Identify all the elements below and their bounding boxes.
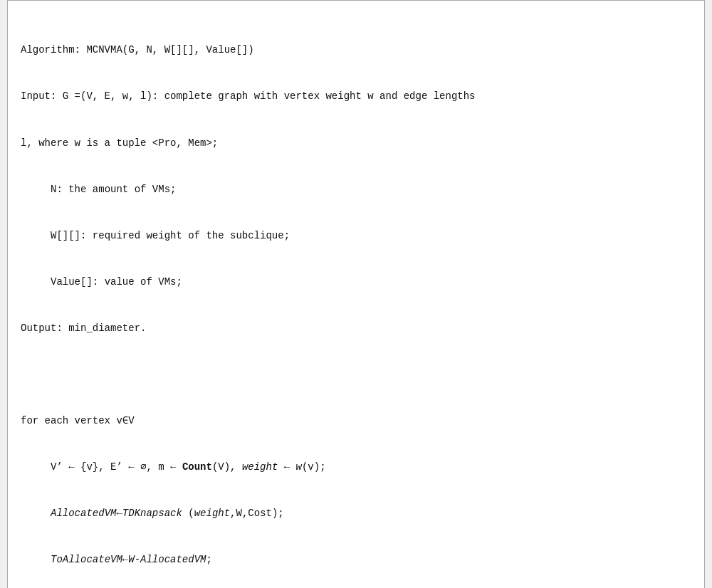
line-10: V’ ← {v}, E’ ← ∅, m ← Count(V), weight ←… (21, 460, 691, 476)
line-12: ToAllocateVM←W-AllocatedVM; (21, 552, 691, 568)
line-blank (21, 367, 691, 383)
line-1: Algorithm: MCNVMA(G, N, W[][], Value[]) (21, 43, 691, 58)
line-7: Output: min_diameter. (21, 321, 691, 337)
line-5: W[][]: required weight of the subclique; (21, 229, 691, 244)
line-9: for each vertex v∈V (21, 414, 691, 429)
line-6: Value[]: value of VMs; (21, 275, 691, 290)
line-3: l, where w is a tuple <Pro, Mem>; (21, 136, 691, 152)
line-2: Input: G =(V, E, w, l): complete graph w… (21, 89, 691, 105)
line-11: AllocatedVM←TDKnapsack (weight,W,Cost); (21, 506, 691, 522)
algorithm-pseudocode-box: Algorithm: MCNVMA(G, N, W[][], Value[]) … (7, 0, 705, 588)
line-4: N: the amount of VMs; (21, 182, 691, 198)
